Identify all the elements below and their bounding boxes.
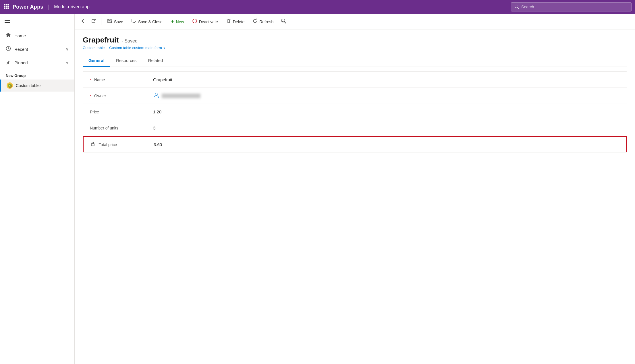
required-star-owner: * — [90, 94, 91, 98]
form-row-owner: * Owner Redacted User Name — [83, 88, 627, 104]
record-breadcrumb: Custom table · Custom table custom main … — [83, 46, 627, 50]
field-value-total-price: 3.60 — [154, 142, 619, 147]
sidebar: Home Recent ∨ Pinned ∨ New Group 🥝 Custo… — [0, 14, 75, 364]
deactivate-icon — [192, 18, 197, 25]
new-icon: + — [171, 19, 174, 25]
svg-rect-16 — [108, 21, 111, 23]
breadcrumb-table-link[interactable]: Custom table — [83, 46, 105, 50]
record-status: - Saved — [122, 38, 138, 44]
back-button[interactable] — [78, 17, 88, 27]
save-label: Save — [114, 20, 123, 24]
recent-icon — [6, 46, 11, 53]
field-label-total-price: Total price — [90, 142, 154, 147]
save-close-button[interactable]: Save & Close — [128, 17, 166, 27]
pinned-icon — [6, 59, 11, 66]
breadcrumb-chevron-icon: ∨ — [163, 46, 165, 50]
recent-chevron: ∨ — [66, 47, 69, 51]
search-input[interactable] — [521, 5, 628, 9]
record-header: Grapefruit - Saved Custom table · Custom… — [83, 36, 627, 50]
new-group-label: New Group — [0, 69, 74, 80]
refresh-icon — [252, 18, 258, 25]
brand-divider: | — [48, 4, 49, 10]
delete-icon — [226, 18, 231, 25]
global-search-box[interactable] — [511, 2, 632, 11]
svg-rect-4 — [6, 6, 7, 7]
deactivate-button[interactable]: Deactivate — [189, 17, 221, 27]
field-label-price: Price — [90, 110, 153, 114]
delete-label: Delete — [233, 20, 244, 24]
record-title: Grapefruit — [83, 36, 119, 44]
home-label: Home — [14, 33, 69, 38]
svg-rect-7 — [6, 7, 7, 9]
top-bar: Power Apps | Model-driven app — [0, 0, 635, 14]
sidebar-item-custom-tables[interactable]: 🥝 Custom tables — [0, 80, 74, 92]
delete-button[interactable]: Delete — [223, 17, 248, 27]
save-close-icon — [131, 18, 136, 25]
svg-rect-8 — [7, 7, 9, 9]
app-grid-icon[interactable] — [3, 3, 9, 11]
tab-related[interactable]: Related — [142, 55, 169, 67]
search-icon — [515, 5, 519, 9]
owner-name-value: Redacted User Name — [162, 94, 200, 98]
breadcrumb-form-label: Custom table custom main form — [109, 46, 162, 50]
svg-rect-11 — [5, 22, 10, 23]
sidebar-item-pinned[interactable]: Pinned ∨ — [0, 56, 74, 69]
svg-point-22 — [155, 93, 157, 95]
svg-rect-0 — [4, 4, 5, 5]
field-label-name: * Name — [90, 78, 153, 82]
save-button[interactable]: Save — [104, 17, 127, 27]
tabs: General Resources Related — [83, 55, 627, 67]
toolbar-search-icon — [281, 18, 287, 25]
field-value-units[interactable]: 3 — [153, 125, 620, 130]
svg-rect-2 — [7, 4, 9, 5]
svg-rect-5 — [7, 6, 9, 7]
refresh-label: Refresh — [259, 20, 273, 24]
owner-person-icon — [153, 92, 159, 100]
popout-button[interactable] — [89, 17, 99, 27]
new-button[interactable]: + New — [167, 17, 188, 27]
form-row-price: Price 1.20 — [83, 104, 627, 120]
field-label-units: Number of units — [90, 126, 153, 130]
svg-rect-23 — [91, 144, 94, 146]
search-button[interactable] — [278, 17, 290, 27]
main-layout: Home Recent ∨ Pinned ∨ New Group 🥝 Custo… — [0, 14, 635, 364]
toolbar: Save Save & Close + New Deactivate — [75, 14, 635, 30]
sidebar-item-home[interactable]: Home — [0, 29, 74, 42]
required-star-name: * — [90, 78, 91, 82]
deactivate-label: Deactivate — [199, 20, 218, 24]
sidebar-item-recent[interactable]: Recent ∨ — [0, 42, 74, 56]
svg-rect-3 — [4, 6, 5, 7]
new-label: New — [176, 20, 184, 24]
tab-resources[interactable]: Resources — [110, 55, 142, 67]
custom-tables-icon: 🥝 — [7, 82, 13, 89]
home-icon — [6, 32, 11, 39]
svg-rect-9 — [5, 19, 10, 19]
save-icon — [107, 18, 112, 25]
toolbar-separator-1 — [101, 18, 101, 25]
lock-icon — [90, 142, 96, 147]
breadcrumb-separator: · — [107, 46, 108, 50]
svg-rect-6 — [4, 7, 5, 9]
form-container: * Name Grapefruit * Owner Red — [83, 71, 627, 152]
form-row-total-price: Total price 3.60 — [83, 136, 627, 152]
save-close-label: Save & Close — [138, 20, 163, 24]
app-name-label: Model-driven app — [54, 4, 90, 9]
field-value-owner[interactable]: Redacted User Name — [153, 92, 620, 100]
tab-general[interactable]: General — [83, 55, 110, 67]
breadcrumb-form-dropdown[interactable]: Custom table custom main form ∨ — [109, 46, 165, 50]
refresh-button[interactable]: Refresh — [249, 17, 277, 27]
field-label-owner: * Owner — [90, 94, 153, 98]
pinned-chevron: ∨ — [66, 61, 69, 65]
field-value-name[interactable]: Grapefruit — [153, 77, 620, 82]
svg-rect-1 — [6, 4, 7, 5]
brand-label: Power Apps — [13, 4, 43, 10]
svg-rect-19 — [132, 19, 135, 22]
page-content: Grapefruit - Saved Custom table · Custom… — [75, 30, 635, 364]
field-value-price[interactable]: 1.20 — [153, 109, 620, 114]
form-row-name: * Name Grapefruit — [83, 72, 627, 88]
recent-label: Recent — [14, 47, 62, 52]
hamburger-button[interactable] — [0, 14, 74, 29]
form-row-units: Number of units 3 — [83, 120, 627, 136]
pinned-label: Pinned — [14, 60, 62, 65]
custom-tables-label: Custom tables — [16, 83, 41, 88]
